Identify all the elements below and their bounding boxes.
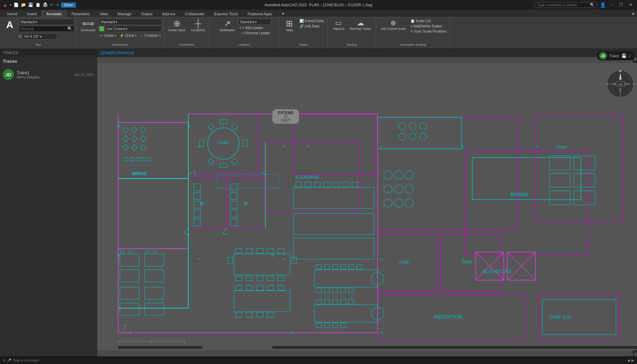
svg-text:M: M [201,201,204,206]
multileader-button[interactable]: ↗ Multileader [218,19,237,33]
restore-button[interactable]: ❐ [617,2,625,8]
centerline-button[interactable]: ┼ Centerline [189,19,207,33]
command-input[interactable] [12,358,626,362]
svg-text:CONF (LG): CONF (LG) [549,315,571,320]
svg-text:W: W [244,201,248,206]
tab-parametric[interactable]: Parametric [67,10,94,17]
sync-scale-icon: ↻ [410,29,413,33]
dim-style-dropdown[interactable]: Standard▾ [99,19,162,25]
cmd-scroll-right[interactable]: ▶ [631,358,634,362]
extend-tooltip-sub1: 20 [284,115,288,119]
dimension-button[interactable]: ⟺ Dimension [79,19,98,33]
add-leader-button[interactable]: +↗ Add Leader [238,26,271,30]
share-button[interactable]: Share [61,2,76,8]
wipeout-button[interactable]: ▭ Wipeout [331,19,346,31]
dimensions-section-label: Dimensions [112,43,128,47]
scale-list-button[interactable]: 📋 Scale List [409,19,448,23]
svg-text:H: H [380,331,383,334]
center-mark-button[interactable]: ⊕ Center Mark [166,19,188,33]
tab-more[interactable]: ▾ [278,10,289,17]
undo-icon[interactable]: ↩ [50,2,53,7]
trace-avatar-small: JD [599,52,607,60]
tab-view[interactable]: View [95,10,112,17]
revision-cloud-icon: ☁ [357,19,364,26]
extract-data-button[interactable]: 📊 Extract Data [298,19,325,23]
add-current-scale-icon: ⊕ [390,19,396,26]
svg-text:H: H [535,145,538,148]
save-icon[interactable]: 💾 [28,2,33,7]
search-input[interactable] [537,3,588,7]
multileader-icon: ↗ [224,19,231,28]
trace-item[interactable]: JD Trace1 Jenny Douglas Jan 19, 2021 [0,66,97,83]
svg-text:E: E [632,83,634,86]
leader-style-dropdown[interactable]: Standard▾ [238,19,271,25]
text-section-label: Text [35,43,41,47]
extend-tooltip-title: EXTEND [278,111,294,115]
table-icon: ⊞ [286,19,293,28]
save-as-icon[interactable]: 📋 [35,2,41,7]
tab-annotate[interactable]: Annotate [42,10,66,17]
trace-info: Trace1 Jenny Douglas [17,70,71,79]
linear-button[interactable]: ⊢ Linear▾ [99,33,118,38]
window-title: Autodesk AutoCAD 2022 PLAN - 12345 BLVD … [265,3,372,7]
tab-insert[interactable]: Insert [23,10,41,17]
minimize-button[interactable]: − [609,2,614,8]
search-icon: 🔍 [590,3,595,7]
user-icon[interactable]: 👤 [600,2,606,8]
find-text-box[interactable]: 🔍 [19,26,74,32]
svg-rect-200 [118,346,637,349]
svg-text:H: H [307,145,310,148]
trace-save-icon[interactable]: 💾 [621,53,627,58]
svg-rect-201 [202,346,272,349]
ribbon-collapse-icon[interactable]: ▾ [629,11,637,17]
find-search-icon[interactable]: 🔍 [67,26,73,31]
trace-label-button[interactable]: Trace [608,53,620,58]
new-file-icon[interactable]: 📄 [14,2,19,7]
quick-button[interactable]: ⚡ Quick▾ [119,33,137,38]
ribbon-markup-section: ▭ Wipeout ☁ Revision Cloud Markup [328,17,376,49]
revision-cloud-button[interactable]: ☁ Revision Cloud [348,19,373,31]
tab-express[interactable]: Express Tools [210,10,242,17]
redo-icon[interactable]: ↪ [56,2,59,7]
remove-leader-button[interactable]: −↗ Remove Leader [238,31,271,35]
tables-section-label: Tables [299,43,308,47]
use-current-dropdown[interactable]: Use Current▾ [105,26,162,32]
cmd-scroll-left[interactable]: ◀ [627,358,630,362]
cmd-mic-icon[interactable]: 🎤 [7,358,11,362]
add-delete-scales-button[interactable]: ± Add/Delete Scales [409,24,448,28]
svg-text:H: H [462,145,464,148]
print-icon[interactable]: 🖨️ [43,2,48,7]
tab-featured[interactable]: Featured Apps [243,10,277,17]
link-data-button[interactable]: 🔗 Link Data [298,24,325,28]
extend-tooltip: EXTEND 20 FEET [272,109,299,124]
ribbon-tables-section: ⊞ Table 📊 Extract Data 🔗 Link Data Table… [279,17,328,49]
svg-text:CONF: CONF [399,260,410,264]
table-button[interactable]: ⊞ Table [282,19,297,33]
add-current-scale-button[interactable]: ⊕ Add Current Scale [378,19,408,31]
tab-home[interactable]: Home [3,10,22,17]
sync-scale-positions-button[interactable]: ↻ Sync Scale Positions [409,29,448,34]
tab-addins[interactable]: Add-ins [158,10,180,17]
tab-collaborate[interactable]: Collaborate [180,10,209,17]
svg-rect-11 [97,63,637,350]
autocad-logo-icon: ▲ [3,2,8,8]
multiline-text-button[interactable]: A [2,19,17,31]
close-button[interactable]: ✕ [627,2,634,8]
continue-button[interactable]: ↔ Continue▾ [139,33,162,38]
text-size-dropdown[interactable]: 54'-4 1/8"▾ [23,33,57,40]
viewport[interactable]: [-][Top][2D Wireframe] JD Trace 💾 ✓ EXTE… [97,49,637,356]
traces-panel-title: Traces [0,57,97,66]
ribbon-centerlines-section: ⊕ Center Mark ┼ Centerline Centerlines [164,17,210,49]
open-file-icon[interactable]: 📁 [21,2,26,7]
wipeout-icon: ▭ [335,19,342,26]
tab-output[interactable]: Output [137,10,157,17]
titlebar-left: ▲ ▾ 📄 📁 💾 📋 🖨️ ↩ ↪ Share [3,2,76,8]
markup-section-label: Markup [347,43,357,47]
trace-name: Trace1 [17,70,71,75]
tab-manage[interactable]: Manage [113,10,136,17]
svg-text:H: H [290,331,292,334]
text-style-dropdown[interactable]: Standard▾ [19,19,74,25]
svg-text:H: H [380,145,383,148]
trace-confirm-icon[interactable]: ✓ [628,53,632,59]
cmd-close-icon[interactable]: ✕ [3,358,6,362]
